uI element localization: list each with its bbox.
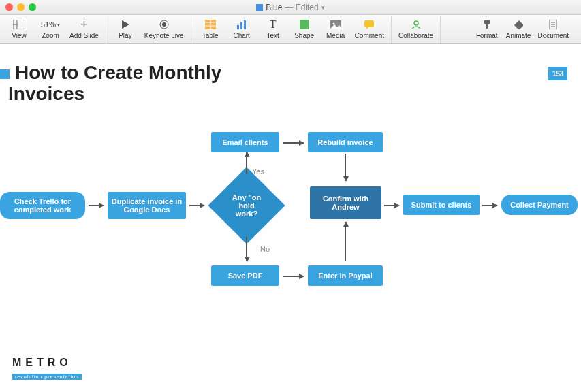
node-enter-paypal[interactable]: Enter in Paypal <box>308 265 383 286</box>
logo-brand: METRO <box>12 357 82 369</box>
window-controls <box>5 3 36 11</box>
zoom-button[interactable]: 51% ▾ Zoom <box>35 16 65 43</box>
comment-button[interactable]: Comment <box>352 16 387 43</box>
svg-rect-10 <box>237 25 239 29</box>
collaborate-button[interactable]: Collaborate <box>396 16 436 43</box>
document-icon <box>256 4 263 11</box>
node-collect-payment[interactable]: Collect Payment <box>501 195 578 215</box>
format-button[interactable]: Format <box>472 16 502 43</box>
keynote-live-button[interactable]: Keynote Live <box>142 16 187 43</box>
svg-rect-21 <box>514 20 523 29</box>
node-rebuild-invoice[interactable]: Rebuild invoice <box>308 132 383 152</box>
svg-marker-3 <box>122 20 129 29</box>
node-save-pdf[interactable]: Save PDF <box>211 265 279 286</box>
node-on-hold-decision[interactable]: Any "on hold work? <box>208 167 285 244</box>
svg-rect-13 <box>300 20 309 29</box>
arrow <box>189 205 204 206</box>
node-check-trello[interactable]: Check Trello for completed work <box>0 192 85 219</box>
view-button[interactable]: View <box>4 16 34 43</box>
fullscreen-icon[interactable] <box>29 3 36 11</box>
arrow <box>283 276 304 277</box>
svg-marker-20 <box>484 20 490 29</box>
node-duplicate-invoice[interactable]: Duplicate invoice in Google Docs <box>108 192 186 219</box>
title-dropdown-icon[interactable]: ▾ <box>321 4 325 11</box>
animate-button[interactable]: Animate <box>503 16 534 43</box>
media-button[interactable]: Media <box>321 16 351 43</box>
node-submit-clients[interactable]: Submit to clients <box>403 195 480 215</box>
arrow <box>283 142 304 144</box>
play-button[interactable]: Play <box>110 16 140 43</box>
arrow <box>482 205 497 206</box>
node-email-clients[interactable]: Email clients <box>211 132 279 152</box>
logo: METRO revolution presentation <box>12 357 82 381</box>
arrow <box>384 205 399 206</box>
document-button[interactable]: Document <box>535 16 571 43</box>
close-icon[interactable] <box>5 3 13 11</box>
window-title: Blue <box>266 3 282 12</box>
arrow <box>246 152 247 174</box>
chart-button[interactable]: Chart <box>227 16 257 43</box>
window-status: — Edited <box>285 3 318 12</box>
minimize-icon[interactable] <box>17 3 25 11</box>
add-slide-button[interactable]: + Add Slide <box>67 16 101 43</box>
page-number: 153 <box>548 67 567 80</box>
slide-canvas[interactable]: How to Create Monthly Invoices 153 Check… <box>0 44 581 392</box>
label-no: No <box>260 245 270 253</box>
svg-rect-17 <box>364 20 374 27</box>
window-titlebar: Blue — Edited ▾ <box>0 0 581 15</box>
slide-title: How to Create Monthly Invoices <box>8 63 221 105</box>
svg-point-4 <box>162 22 166 27</box>
arrow <box>345 222 346 261</box>
slide: How to Create Monthly Invoices 153 Check… <box>0 44 581 392</box>
toolbar: View 51% ▾ Zoom + Add Slide Play Keynote… <box>0 15 581 44</box>
label-yes: Yes <box>252 167 264 176</box>
node-confirm-andrew[interactable]: Confirm with Andrew <box>310 186 381 219</box>
shape-button[interactable]: Shape <box>289 16 319 43</box>
svg-rect-11 <box>240 22 242 29</box>
svg-point-19 <box>414 21 418 25</box>
svg-rect-12 <box>244 20 246 29</box>
arrow <box>89 205 104 206</box>
text-button[interactable]: T Text <box>258 16 288 43</box>
arrow <box>246 237 247 261</box>
table-button[interactable]: Table <box>195 16 225 43</box>
logo-tagline: revolution presentation <box>12 374 82 380</box>
arrow <box>345 154 346 181</box>
